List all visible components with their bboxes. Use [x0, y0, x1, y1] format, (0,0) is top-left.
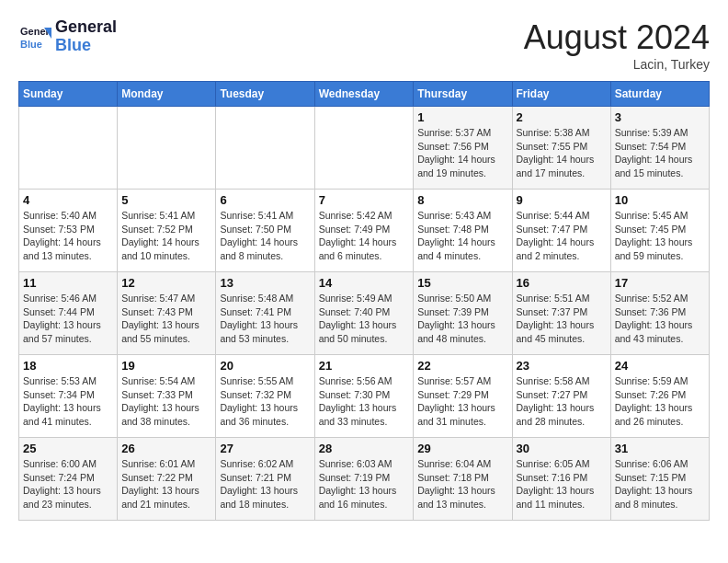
day-number: 7	[319, 193, 410, 207]
day-info: Sunrise: 5:41 AM Sunset: 7:52 PM Dayligh…	[121, 209, 211, 263]
day-number: 29	[417, 442, 507, 455]
page-header: General Blue General Blue August 2024 La…	[18, 18, 710, 72]
day-cell: 21Sunrise: 5:56 AM Sunset: 7:30 PM Dayli…	[314, 355, 414, 438]
day-info: Sunrise: 6:02 AM Sunset: 7:21 PM Dayligh…	[220, 457, 310, 511]
day-info: Sunrise: 5:48 AM Sunset: 7:41 PM Dayligh…	[220, 292, 310, 346]
day-number: 2	[517, 110, 607, 124]
day-cell: 30Sunrise: 6:05 AM Sunset: 7:16 PM Dayli…	[512, 438, 610, 521]
day-number: 17	[615, 276, 705, 290]
day-info: Sunrise: 5:47 AM Sunset: 7:43 PM Dayligh…	[121, 292, 211, 346]
day-info: Sunrise: 5:39 AM Sunset: 7:54 PM Dayligh…	[615, 126, 705, 180]
day-number: 30	[517, 442, 607, 455]
day-number: 4	[23, 193, 113, 207]
day-number: 5	[121, 193, 211, 207]
weekday-header-friday: Friday	[512, 82, 610, 107]
day-cell: 4Sunrise: 5:40 AM Sunset: 7:53 PM Daylig…	[19, 190, 118, 272]
day-number: 25	[23, 442, 113, 455]
day-cell: 24Sunrise: 5:59 AM Sunset: 7:26 PM Dayli…	[610, 355, 709, 438]
weekday-header-thursday: Thursday	[414, 82, 512, 107]
day-cell: 19Sunrise: 5:54 AM Sunset: 7:33 PM Dayli…	[118, 355, 216, 438]
day-cell: 22Sunrise: 5:57 AM Sunset: 7:29 PM Dayli…	[414, 355, 512, 438]
day-number: 3	[615, 110, 705, 124]
day-info: Sunrise: 5:54 AM Sunset: 7:33 PM Dayligh…	[121, 374, 211, 429]
day-cell: 13Sunrise: 5:48 AM Sunset: 7:41 PM Dayli…	[216, 272, 314, 355]
title-block: August 2024 Lacin, Turkey	[524, 18, 710, 72]
logo-general: General	[55, 17, 117, 36]
day-cell: 27Sunrise: 6:02 AM Sunset: 7:21 PM Dayli…	[216, 438, 314, 521]
day-cell: 23Sunrise: 5:58 AM Sunset: 7:27 PM Dayli…	[512, 355, 610, 438]
weekday-header-row: SundayMondayTuesdayWednesdayThursdayFrid…	[19, 82, 710, 107]
day-number: 9	[517, 193, 607, 207]
day-info: Sunrise: 6:03 AM Sunset: 7:19 PM Dayligh…	[319, 457, 410, 511]
day-number: 10	[615, 193, 705, 207]
day-cell: 29Sunrise: 6:04 AM Sunset: 7:18 PM Dayli…	[414, 438, 512, 521]
calendar-table: SundayMondayTuesdayWednesdayThursdayFrid…	[18, 81, 710, 521]
day-number: 16	[517, 276, 607, 290]
day-info: Sunrise: 5:52 AM Sunset: 7:36 PM Dayligh…	[615, 292, 705, 346]
day-cell	[118, 107, 216, 190]
svg-text:Blue: Blue	[20, 39, 42, 50]
day-info: Sunrise: 5:43 AM Sunset: 7:48 PM Dayligh…	[417, 209, 507, 263]
day-cell: 8Sunrise: 5:43 AM Sunset: 7:48 PM Daylig…	[414, 190, 512, 272]
day-number: 21	[319, 359, 410, 373]
weekday-header-monday: Monday	[118, 82, 216, 107]
day-cell	[314, 107, 414, 190]
day-cell: 20Sunrise: 5:55 AM Sunset: 7:32 PM Dayli…	[216, 355, 314, 438]
day-cell: 11Sunrise: 5:46 AM Sunset: 7:44 PM Dayli…	[19, 272, 118, 355]
day-cell: 3Sunrise: 5:39 AM Sunset: 7:54 PM Daylig…	[610, 107, 709, 190]
weekday-header-tuesday: Tuesday	[216, 82, 314, 107]
day-info: Sunrise: 5:38 AM Sunset: 7:55 PM Dayligh…	[517, 126, 607, 180]
day-number: 27	[220, 442, 310, 455]
day-cell: 15Sunrise: 5:50 AM Sunset: 7:39 PM Dayli…	[414, 272, 512, 355]
day-number: 22	[417, 359, 507, 373]
weekday-header-saturday: Saturday	[610, 82, 709, 107]
day-info: Sunrise: 6:06 AM Sunset: 7:15 PM Dayligh…	[615, 457, 705, 511]
day-number: 19	[121, 359, 211, 373]
day-cell: 6Sunrise: 5:41 AM Sunset: 7:50 PM Daylig…	[216, 190, 314, 272]
day-info: Sunrise: 5:42 AM Sunset: 7:49 PM Dayligh…	[319, 209, 410, 263]
day-cell	[19, 107, 118, 190]
day-info: Sunrise: 5:45 AM Sunset: 7:45 PM Dayligh…	[615, 209, 705, 263]
week-row-0: 1Sunrise: 5:37 AM Sunset: 7:56 PM Daylig…	[19, 107, 710, 190]
day-cell: 17Sunrise: 5:52 AM Sunset: 7:36 PM Dayli…	[610, 272, 709, 355]
month-title: August 2024	[524, 18, 710, 57]
day-info: Sunrise: 6:01 AM Sunset: 7:22 PM Dayligh…	[121, 457, 211, 511]
day-number: 18	[23, 359, 113, 373]
day-info: Sunrise: 5:58 AM Sunset: 7:27 PM Dayligh…	[517, 374, 607, 429]
day-info: Sunrise: 6:05 AM Sunset: 7:16 PM Dayligh…	[517, 457, 607, 511]
day-number: 12	[121, 276, 211, 290]
day-number: 8	[417, 193, 507, 207]
day-cell: 25Sunrise: 6:00 AM Sunset: 7:24 PM Dayli…	[19, 438, 118, 521]
day-number: 24	[615, 359, 705, 373]
location: Lacin, Turkey	[524, 57, 710, 72]
day-cell: 31Sunrise: 6:06 AM Sunset: 7:15 PM Dayli…	[610, 438, 709, 521]
day-number: 26	[121, 442, 211, 455]
day-info: Sunrise: 5:46 AM Sunset: 7:44 PM Dayligh…	[23, 292, 113, 346]
day-number: 23	[517, 359, 607, 373]
week-row-1: 4Sunrise: 5:40 AM Sunset: 7:53 PM Daylig…	[19, 190, 710, 272]
day-info: Sunrise: 5:50 AM Sunset: 7:39 PM Dayligh…	[417, 292, 507, 346]
logo: General Blue General Blue	[18, 18, 117, 55]
day-cell: 5Sunrise: 5:41 AM Sunset: 7:52 PM Daylig…	[118, 190, 216, 272]
day-info: Sunrise: 5:56 AM Sunset: 7:30 PM Dayligh…	[319, 374, 410, 429]
week-row-3: 18Sunrise: 5:53 AM Sunset: 7:34 PM Dayli…	[19, 355, 710, 438]
day-number: 1	[417, 110, 507, 124]
day-number: 13	[220, 276, 310, 290]
day-number: 28	[319, 442, 410, 455]
day-cell: 9Sunrise: 5:44 AM Sunset: 7:47 PM Daylig…	[512, 190, 610, 272]
day-cell: 10Sunrise: 5:45 AM Sunset: 7:45 PM Dayli…	[610, 190, 709, 272]
day-cell: 12Sunrise: 5:47 AM Sunset: 7:43 PM Dayli…	[118, 272, 216, 355]
day-number: 20	[220, 359, 310, 373]
day-info: Sunrise: 5:37 AM Sunset: 7:56 PM Dayligh…	[417, 126, 507, 180]
day-number: 14	[319, 276, 410, 290]
day-cell: 1Sunrise: 5:37 AM Sunset: 7:56 PM Daylig…	[414, 107, 512, 190]
week-row-2: 11Sunrise: 5:46 AM Sunset: 7:44 PM Dayli…	[19, 272, 710, 355]
day-cell	[216, 107, 314, 190]
day-info: Sunrise: 5:53 AM Sunset: 7:34 PM Dayligh…	[23, 374, 113, 429]
day-cell: 26Sunrise: 6:01 AM Sunset: 7:22 PM Dayli…	[118, 438, 216, 521]
day-number: 6	[220, 193, 310, 207]
weekday-header-sunday: Sunday	[19, 82, 118, 107]
day-info: Sunrise: 5:44 AM Sunset: 7:47 PM Dayligh…	[517, 209, 607, 263]
day-info: Sunrise: 5:41 AM Sunset: 7:50 PM Dayligh…	[220, 209, 310, 263]
day-info: Sunrise: 5:59 AM Sunset: 7:26 PM Dayligh…	[615, 374, 705, 429]
